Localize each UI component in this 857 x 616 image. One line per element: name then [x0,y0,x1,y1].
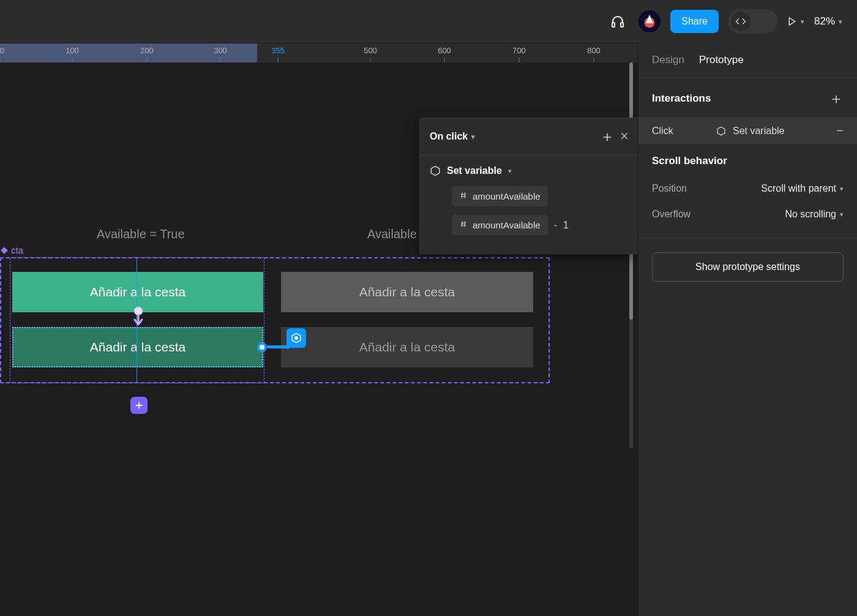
variable-hex-icon [716,126,727,137]
variable-chip[interactable]: amountAvailable [452,186,548,206]
position-label: Position [652,183,687,194]
remove-interaction-button[interactable]: − [836,124,844,138]
ruler-tick-mark [220,58,221,62]
ruler-tick-label: 700 [512,46,526,55]
ruler-tick-mark [147,58,148,62]
right-sidebar: Design Prototype Interactions ＋ Click Se… [638,43,857,616]
variant-label: Available [367,227,417,241]
svg-line-14 [462,192,462,198]
ruler[interactable]: 20100200300355500600700800 [0,43,638,62]
tab-design[interactable]: Design [652,54,684,66]
ruler-tick-label: 300 [214,46,227,55]
trigger-dropdown[interactable]: On click [430,131,468,142]
close-icon[interactable] [619,130,629,144]
interaction-row[interactable]: Click Set variable − [638,118,857,144]
ruler-tick-label: 100 [65,46,79,55]
svg-marker-3 [1,247,8,254]
ruler-tick-mark [519,58,520,62]
variable-hex-icon [430,165,441,176]
scroll-behavior-title: Scroll behavior [652,155,727,167]
interaction-trigger: Click [652,126,707,137]
ruler-tick-label: 20 [0,46,4,55]
chevron-down-icon: ▾ [801,18,804,26]
chevron-down-icon: ▾ [840,211,844,219]
ruler-tick-label: 800 [587,46,601,55]
hash-icon [459,191,468,201]
variable-chip[interactable]: amountAvailable [452,215,548,235]
preview-button[interactable]: ▾ [787,17,804,26]
svg-marker-20 [717,127,725,135]
ruler-tick-mark [278,58,279,62]
cta-button-disabled[interactable]: Añadir a la cesta [281,272,533,312]
svg-point-6 [295,337,298,340]
cta-button-hover-selected[interactable]: Añadir a la cesta [12,327,263,367]
show-prototype-settings-button[interactable]: Show prototype settings [652,252,844,282]
ruler-tick-mark [72,58,73,62]
tab-prototype[interactable]: Prototype [699,54,744,66]
add-variant-button[interactable] [130,397,148,414]
svg-rect-0 [612,23,615,27]
arrow-marker-icon [132,306,144,327]
cta-button-disabled-hover[interactable]: Añadir a la cesta [281,327,533,367]
chevron-down-icon: ▾ [471,133,475,141]
popup-header: On click ▾ ＋ [420,118,639,156]
dev-mode-toggle[interactable] [728,9,777,34]
svg-line-15 [465,192,465,198]
prototype-handle[interactable] [257,342,267,352]
sidebar-tabs: Design Prototype [638,43,857,78]
ruler-tick-label: 600 [438,46,451,55]
prototype-action-chip[interactable] [286,328,306,348]
avatar[interactable] [638,10,661,32]
share-button[interactable]: Share [670,10,719,33]
svg-line-19 [465,221,465,227]
ruler-tick-mark [594,58,594,62]
svg-marker-11 [431,167,440,176]
expression-minus: - [554,220,557,231]
zoom-value: 82% [814,15,835,28]
prototype-connector [267,345,289,348]
svg-marker-2 [789,18,795,25]
chevron-down-icon: ▾ [840,185,844,193]
ruler-tick-label: 355 [271,46,285,55]
overflow-label: Overflow [652,209,690,220]
headphones-icon[interactable] [607,10,629,32]
interaction-popup: On click ▾ ＋ Set variable ▾ amountAvaila… [419,118,640,254]
ruler-tick-label: 200 [140,46,154,55]
chevron-down-icon: ▾ [839,18,842,26]
interaction-action: Set variable [733,126,785,137]
variant-label: Available = True [97,227,185,241]
ruler-tick-mark [444,58,445,62]
frame-label[interactable]: cta [0,245,23,255]
svg-line-18 [462,221,462,227]
interactions-title: Interactions [652,92,711,105]
action-dropdown[interactable]: Set variable [447,165,502,176]
ruler-tick-mark [370,58,371,62]
chevron-down-icon: ▾ [508,167,512,175]
ruler-tick-label: 500 [364,46,377,55]
add-icon[interactable]: ＋ [600,127,615,146]
position-dropdown[interactable]: Scroll with parent ▾ [761,183,844,194]
ruler-tick-mark [0,58,1,62]
zoom-dropdown[interactable]: 82% ▾ [814,15,842,28]
add-interaction-button[interactable]: ＋ [829,89,844,108]
hash-icon [459,220,468,230]
svg-rect-1 [621,23,623,27]
top-bar: Share ▾ 82% ▾ [0,0,857,43]
overflow-dropdown[interactable]: No scrolling ▾ [785,209,844,220]
expression-value: 1 [563,220,569,231]
